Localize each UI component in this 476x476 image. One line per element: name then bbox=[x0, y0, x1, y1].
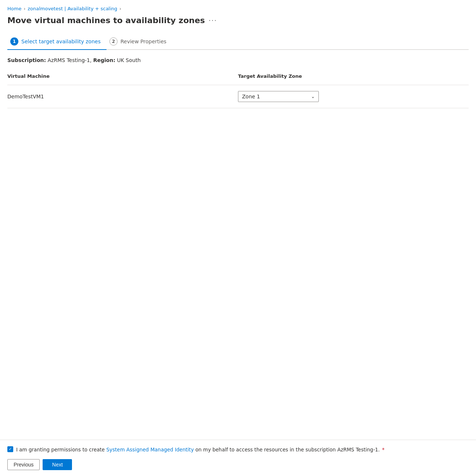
table-header-row: Virtual Machine Target Availability Zone bbox=[7, 70, 469, 85]
tab-2-number: 2 bbox=[109, 37, 118, 46]
tab-1-label: Select target availability zones bbox=[21, 39, 101, 44]
chevron-down-icon: ⌄ bbox=[311, 94, 315, 99]
tab-select-zones[interactable]: 1 Select target availability zones bbox=[7, 34, 107, 50]
consent-text: I am granting permissions to create Syst… bbox=[16, 446, 385, 453]
region-label: Region: bbox=[93, 57, 115, 63]
tabs-container: 1 Select target availability zones 2 Rev… bbox=[7, 34, 469, 50]
page-title: Move virtual machines to availability zo… bbox=[7, 16, 205, 25]
footer: I am granting permissions to create Syst… bbox=[0, 440, 476, 476]
subscription-value: AzRMS Testing-1 bbox=[48, 57, 90, 63]
consent-checkbox[interactable] bbox=[7, 446, 13, 452]
region-value: UK South bbox=[117, 57, 141, 63]
tab-review-properties[interactable]: 2 Review Properties bbox=[107, 34, 172, 49]
subscription-info: Subscription: AzRMS Testing-1, Region: U… bbox=[7, 57, 469, 63]
tab-2-label: Review Properties bbox=[120, 39, 166, 44]
zone-select[interactable]: Zone 1 ⌄ bbox=[238, 91, 319, 102]
breadcrumb: Home › zonalmovetest | Availability + sc… bbox=[7, 6, 469, 11]
next-button[interactable]: Next bbox=[43, 459, 72, 470]
consent-row: I am granting permissions to create Syst… bbox=[7, 446, 469, 453]
zone-selected-value: Zone 1 bbox=[242, 94, 260, 99]
tab-1-number: 1 bbox=[10, 37, 18, 46]
page-title-row: Move virtual machines to availability zo… bbox=[7, 16, 469, 25]
breadcrumb-resource[interactable]: zonalmovetest | Availability + scaling bbox=[28, 6, 117, 11]
breadcrumb-separator-1: › bbox=[24, 6, 25, 11]
col-header-vm: Virtual Machine bbox=[7, 70, 238, 82]
subscription-label: Subscription: bbox=[7, 57, 46, 63]
breadcrumb-separator-2: › bbox=[119, 6, 121, 11]
col-header-zone: Target Availability Zone bbox=[238, 70, 469, 82]
vm-name-cell: DemoTestVM1 bbox=[7, 92, 238, 101]
consent-text-before: I am granting permissions to create bbox=[16, 447, 105, 453]
consent-link[interactable]: System Assigned Managed Identity bbox=[106, 447, 194, 453]
zone-dropdown-cell: Zone 1 ⌄ bbox=[238, 90, 469, 103]
breadcrumb-home[interactable]: Home bbox=[7, 6, 21, 11]
vm-table: Virtual Machine Target Availability Zone… bbox=[7, 70, 469, 108]
table-row: DemoTestVM1 Zone 1 ⌄ bbox=[7, 85, 469, 108]
previous-button[interactable]: Previous bbox=[7, 459, 40, 470]
required-star: * bbox=[382, 447, 385, 453]
consent-text-after: on my behalf to access the resources in … bbox=[195, 447, 380, 453]
more-options-button[interactable]: ··· bbox=[209, 17, 217, 24]
buttons-row: Previous Next bbox=[7, 459, 469, 470]
